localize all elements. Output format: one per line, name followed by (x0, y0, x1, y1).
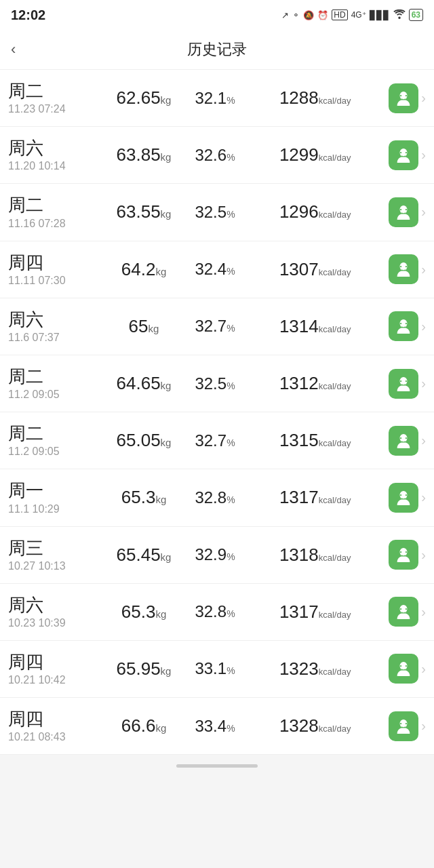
weight-value: 65 (129, 316, 149, 336)
fat-unit: % (226, 665, 235, 676)
fat-unit: % (226, 723, 235, 734)
kcal-value: 1299 (279, 144, 319, 165)
svg-point-19 (400, 437, 401, 439)
record-avatar-icon (389, 597, 418, 627)
weight-unit: kg (155, 608, 166, 620)
record-date: 周四 10.21 10:42 (8, 652, 103, 686)
status-icons: ↗ ⚬ 🔕 ⏰ HD 4G⁺ ▊▊▊ 63 (281, 9, 423, 21)
record-weekday: 周六 (8, 595, 103, 616)
weight-value: 65.45 (117, 545, 161, 565)
record-kcal: 1307kcal/day (245, 259, 384, 280)
fat-value: 32.8 (195, 602, 226, 620)
chevron-right-icon: › (421, 376, 426, 391)
record-avatar-icon (389, 369, 418, 399)
weight-unit: kg (161, 208, 172, 220)
record-row[interactable]: 周一 11.1 10:29 65.3kg 32.8% 1317kcal/day … (0, 469, 434, 526)
svg-point-32 (406, 665, 407, 667)
weight-value: 64.65 (117, 373, 161, 393)
weight-value: 65.95 (117, 658, 161, 679)
record-date: 周四 11.11 07:30 (8, 252, 103, 287)
fat-unit: % (226, 266, 235, 277)
chevron-right-icon: › (421, 604, 426, 620)
hd-icon: HD (332, 9, 347, 20)
svg-point-28 (400, 608, 401, 610)
record-row[interactable]: 周二 11.23 07:24 62.65kg 32.1% 1288kcal/da… (0, 70, 434, 127)
fat-unit: % (226, 209, 235, 220)
kcal-unit: kcal/day (319, 610, 351, 620)
kcal-unit: kcal/day (319, 267, 351, 277)
weight-value: 63.85 (117, 144, 161, 165)
bluetooth-icon: ⚬ (292, 10, 300, 20)
record-weight: 65.05kg (103, 430, 184, 451)
svg-point-16 (400, 380, 401, 381)
record-kcal: 1312kcal/day (245, 373, 384, 394)
record-row[interactable]: 周四 10.21 10:42 65.95kg 33.1% 1323kcal/da… (0, 641, 434, 698)
fat-value: 32.1 (195, 89, 226, 107)
record-row[interactable]: 周四 11.11 07:30 64.2kg 32.4% 1307kcal/day… (0, 241, 434, 298)
record-row[interactable]: 周二 11.2 09:05 64.65kg 32.5% 1312kcal/day… (0, 355, 434, 412)
svg-point-20 (406, 437, 407, 439)
record-weekday: 周六 (8, 309, 103, 330)
record-weekday: 周二 (8, 366, 103, 387)
weight-unit: kg (149, 323, 159, 334)
record-fat: 33.1% (184, 659, 245, 678)
record-weight: 63.85kg (103, 144, 184, 165)
record-kcal: 1318kcal/day (245, 545, 384, 566)
record-avatar-icon (389, 711, 418, 741)
page-header: ‹ 历史记录 (0, 30, 434, 70)
wifi-icon (393, 9, 406, 21)
record-date: 周六 11.6 07:37 (8, 309, 103, 344)
kcal-unit: kcal/day (319, 667, 351, 677)
record-row[interactable]: 周二 11.16 07:28 63.55kg 32.5% 1296kcal/da… (0, 184, 434, 241)
chevron-right-icon: › (421, 490, 426, 505)
kcal-unit: kcal/day (319, 153, 351, 163)
fat-value: 32.8 (195, 488, 226, 507)
kcal-value: 1288 (279, 87, 319, 108)
record-weight: 65.3kg (103, 487, 184, 508)
record-fat: 32.8% (184, 488, 245, 507)
weight-value: 65.05 (117, 430, 161, 450)
record-date: 周四 10.21 08:43 (8, 709, 103, 743)
record-row[interactable]: 周六 11.20 10:14 63.85kg 32.6% 1299kcal/da… (0, 127, 434, 184)
record-weight: 65.95kg (103, 658, 184, 679)
record-date: 周一 11.1 10:29 (8, 480, 103, 515)
record-fat: 32.7% (184, 317, 245, 336)
weight-unit: kg (155, 494, 166, 505)
chevron-right-icon: › (421, 433, 426, 448)
record-row[interactable]: 周四 10.21 08:43 66.6kg 33.4% 1328kcal/day… (0, 698, 434, 755)
svg-point-4 (400, 152, 401, 153)
record-fat: 32.1% (184, 89, 245, 108)
record-weight: 64.65kg (103, 373, 184, 394)
record-avatar-icon (389, 483, 418, 513)
weight-value: 62.65 (117, 87, 161, 108)
scroll-bar (176, 764, 258, 768)
svg-point-10 (400, 266, 401, 267)
kcal-value: 1328 (279, 715, 319, 736)
weight-unit: kg (161, 151, 172, 163)
weight-value: 65.3 (121, 601, 156, 622)
record-kcal: 1317kcal/day (245, 601, 384, 623)
svg-point-34 (400, 723, 401, 724)
kcal-unit: kcal/day (319, 324, 351, 334)
record-kcal: 1323kcal/day (245, 658, 384, 679)
navigation-icon: ↗ (281, 10, 289, 20)
svg-point-2 (406, 95, 407, 96)
kcal-value: 1312 (279, 373, 319, 393)
chevron-right-icon: › (421, 147, 426, 163)
record-fat: 32.4% (184, 260, 245, 279)
record-datetime: 11.2 09:05 (8, 446, 103, 458)
record-datetime: 11.2 09:05 (8, 389, 103, 401)
svg-point-35 (406, 723, 407, 724)
record-row[interactable]: 周二 11.2 09:05 65.05kg 32.7% 1315kcal/day… (0, 412, 434, 469)
record-weekday: 周二 (8, 423, 103, 444)
record-row[interactable]: 周六 11.6 07:37 65kg 32.7% 1314kcal/day › (0, 298, 434, 355)
back-button[interactable]: ‹ (11, 41, 16, 58)
record-kcal: 1315kcal/day (245, 430, 384, 451)
weight-unit: kg (161, 437, 172, 448)
record-row[interactable]: 周六 10.23 10:39 65.3kg 32.8% 1317kcal/day… (0, 584, 434, 641)
record-row[interactable]: 周三 10.27 10:13 65.45kg 32.9% 1318kcal/da… (0, 527, 434, 584)
fat-unit: % (226, 380, 235, 391)
kcal-value: 1315 (279, 430, 319, 450)
svg-point-1 (400, 95, 401, 96)
record-weight: 64.2kg (103, 259, 184, 280)
